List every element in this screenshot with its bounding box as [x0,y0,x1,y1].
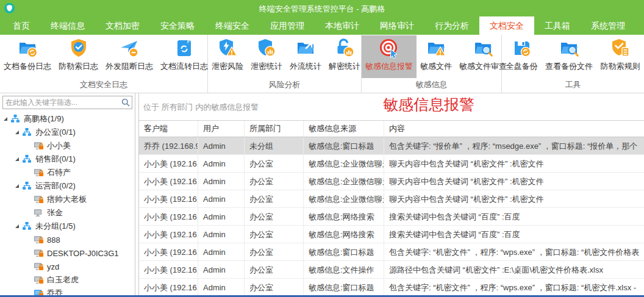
tree-expander-icon[interactable] [15,157,19,161]
shield-check-icon [68,37,90,59]
tree-node-2[interactable]: 办公室(0/1) [0,126,135,139]
pc-lock-icon [34,248,44,258]
menu-item-6[interactable]: 应用管理 [260,16,315,35]
table-cell: 敏感信息:企业微信聊天 [304,190,384,207]
column-header-3[interactable]: 所属部门 [245,121,304,137]
table-cell: 包含关键字: “报价单” ，程序: “msedge.exe” ，窗口标题: “报… [384,137,644,154]
menu-item-7[interactable]: 本地审计 [315,16,370,35]
tree-node-1[interactable]: 高鹏格(1/9) [0,112,135,126]
tree-expander-icon[interactable] [15,184,19,188]
column-header-4[interactable]: 敏感信息来源 [304,121,384,137]
tree-node-label: 888 [47,235,60,245]
ribbon-button-2-1[interactable]: 泄密风险 [208,35,247,78]
window-title: 终端安全管理系统管控平台 - 高鹏格 [0,0,644,16]
search-icon[interactable] [121,98,130,107]
tree-node-13[interactable]: 白玉老虎 [0,273,135,287]
table-row-7[interactable]: 小小美 (192.16...Admin办公室敏感信息:窗口标题包含关键字: “机… [139,243,644,261]
ribbon-button-1-4[interactable]: 文档流转日志 [157,35,212,78]
tree-node-3[interactable]: 小小美 [0,139,135,152]
tree-node-12[interactable]: yzd [0,260,135,273]
table-row-4[interactable]: 小小美 (192.16...Admin办公室敏感信息:企业微信聊天聊天内容中包含… [139,190,644,208]
table-row-5[interactable]: 小小美 (192.16...Admin办公室敏感信息:网络搜索搜索关键词中包含关… [139,208,644,226]
tree-node-5[interactable]: 石特产 [0,166,135,179]
ribbon-button-2-4[interactable]: 解密统计 [325,35,364,78]
tree-expander-icon[interactable] [15,224,19,228]
tree-expander-icon[interactable] [15,131,19,134]
department-tree-panel: 高鹏格(1/9)办公室(0/1)小小美销售部(0/1)石特产运营部(0/2)痞帅… [0,93,135,295]
tree-node-label: 办公室(0/1) [35,127,76,138]
table-row-1[interactable]: 乔乔 (192.168.9...Admin未分组敏感信息:窗口标题包含关键字: … [139,137,644,155]
menu-item-3[interactable]: 文档加密 [95,16,150,35]
org-icon [22,221,32,231]
column-header-5[interactable]: 内容 [384,121,644,137]
tree-node-9[interactable]: 未分组(1/5) [0,220,135,233]
department-tree: 高鹏格(1/9)办公室(0/1)小小美销售部(0/1)石特产运营部(0/2)痞帅… [0,111,135,295]
plane-block-icon [118,37,140,59]
tree-node-8[interactable]: 张金 [0,206,135,220]
tree-node-6[interactable]: 运营部(0/2) [0,179,135,193]
ribbon-group-4: 全盘备份查看备份文件防勒索规则工具 [502,35,644,93]
ribbon-button-label: 泄密风险 [212,61,243,72]
org-icon [10,114,21,124]
ribbon-button-3-1[interactable]: 敏感信息报警 [362,35,417,78]
ribbon-button-label: 查看备份文件 [545,61,593,72]
menu-item-4[interactable]: 安全策略 [150,16,205,35]
ribbon-group-caption: 风险分析 [208,79,361,93]
table-row-8[interactable]: 小小美 (192.16...Admin办公室敏感信息:文件操作源路径中包含关键词… [139,261,644,279]
ribbon-group-caption: 敏感信息 [362,79,501,93]
ribbon-group-3: 敏感信息报警敏感文件敏感文件审查敏感信息 [362,35,502,93]
tree-node-label: 小小美 [47,140,71,151]
menu-item-9[interactable]: 行为分析 [424,16,479,35]
menu-item-10[interactable]: 文档安全 [479,16,534,35]
table-cell: 敏感信息:企业微信聊天 [304,155,384,172]
column-header-1[interactable]: 客户端 [139,121,198,137]
ribbon-button-3-2[interactable]: 敏感文件 [417,35,456,78]
table-cell: 敏感信息:窗口标题 [304,243,384,260]
ribbon-button-2-2[interactable]: 泄密统计 [247,35,286,78]
table-cell: 包含关键字: “机密文件” ，程序: “wps.exe” ，窗口标题: “机密文… [384,279,644,296]
table-cell: 包含关键字: “机密文件” ，程序: “wps.exe” ，窗口标题: “机密文… [384,243,644,260]
ribbon-button-label: 全盘备份 [506,61,538,72]
column-header-2[interactable]: 用户 [198,121,245,137]
table-header: 客户端用户所属部门敏感信息来源内容 [139,120,644,137]
tree-search-input[interactable] [3,96,119,109]
table-row-6[interactable]: 小小美 (192.16...Admin办公室敏感信息:网络搜索搜索关键词中包含关… [139,226,644,243]
menu-item-2[interactable]: 终端信息 [40,16,95,35]
tree-node-14[interactable]: 乔乔 [0,287,135,295]
table-row-9[interactable]: 小小美 (192.16...Admin办公室敏感信息:窗口标题包含关键字: “机… [139,279,644,296]
tree-node-7[interactable]: 痞帅大老板 [0,193,135,206]
tree-node-4[interactable]: 销售部(0/1) [0,152,135,166]
menu-item-12[interactable]: 系统管理 [581,16,635,35]
pc-lock-icon [34,195,44,204]
ribbon-button-1-3[interactable]: 外发阻断日志 [102,35,157,78]
menu-item-5[interactable]: 终端安全 [205,16,260,35]
doc-sync-icon [173,37,195,59]
table-cell: 办公室 [245,261,304,278]
ribbon-button-2-3[interactable]: 外流统计 [286,35,325,78]
menu-item-8[interactable]: 网络审计 [370,16,424,35]
page-title: 敏感信息报警 [383,95,474,115]
table-cell: 搜索关键词中包含关键词 “百度” :百度 [384,226,644,243]
tree-expander-icon[interactable] [4,117,7,121]
ribbon-button-4-2[interactable]: 查看备份文件 [542,35,596,78]
table-row-2[interactable]: 小小美 (192.16...Admin办公室敏感信息:企业微信聊天聊天内容中包含… [139,155,644,173]
tree-node-10[interactable]: 888 [0,233,135,246]
folder-out-icon [295,37,317,59]
table-cell: 小小美 (192.16... [139,190,198,207]
ribbon-button-4-3[interactable]: 防勒索规则 [597,35,644,78]
table-cell: 办公室 [245,190,304,207]
ribbon-button-1-1[interactable]: 文档备份日志 [0,35,55,78]
ribbon-button-1-2[interactable]: 防勒索日志 [55,35,102,78]
ribbon-button-label: 外发阻断日志 [106,61,153,72]
tree-node-11[interactable]: DESKTOP-J0IC3G1 [0,246,135,260]
tree-node-label: yzd [47,262,59,271]
main-content: 位于 所有部门 内的敏感信息报警 敏感信息报警 客户端用户所属部门敏感信息来源内… [138,93,644,297]
ribbon-button-4-1[interactable]: 全盘备份 [503,35,542,78]
menu-item-1[interactable]: 首页 [2,16,40,35]
table-row-3[interactable]: 小小美 (192.16...Admin办公室敏感信息:企业微信聊天聊天内容中包含… [139,173,644,190]
folder-sync-icon [16,37,38,59]
tree-node-label: 销售部(0/1) [35,154,76,165]
pc-lock-icon [34,168,44,177]
menu-item-11[interactable]: 工具箱 [534,16,581,35]
table-cell: 敏感信息:网络搜索 [304,226,384,243]
